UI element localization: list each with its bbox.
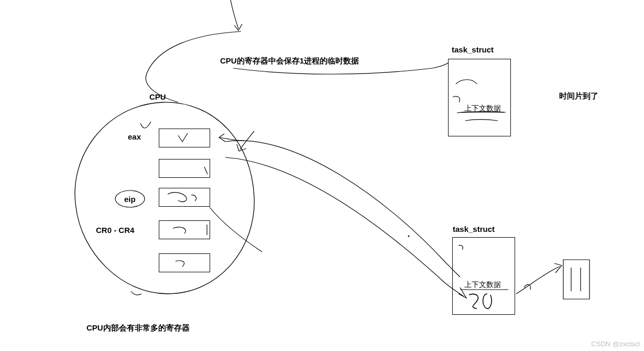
register-box-cr: [159, 220, 210, 239]
register-box-5: [159, 253, 210, 272]
context-label-lower: 上下文数据: [464, 280, 501, 290]
task-struct-box-lower: [452, 237, 515, 315]
register-box-2: [159, 159, 210, 178]
svg-point-1: [408, 236, 410, 237]
caption-cpu-bottom: CPU内部会有非常多的寄存器: [86, 323, 190, 333]
register-label-eip: eip: [124, 195, 136, 204]
watermark: CSDN @zxctscl: [591, 340, 640, 348]
task-struct-label-upper: task_struct: [452, 45, 494, 54]
caption-cpu-registers: CPU的寄存器中会保存1进程的临时数据: [220, 56, 359, 66]
sketch-overlay: [0, 0, 644, 351]
register-box-eip: [159, 188, 210, 207]
register-box-eax: [159, 129, 210, 147]
side-text: 时间片到了: [559, 91, 598, 101]
context-label-upper: 上下文数据: [464, 104, 501, 113]
task-struct-label-lower: task_struct: [453, 225, 495, 233]
cpu-title: CPU: [149, 92, 166, 101]
register-label-cr: CR0 - CR4: [96, 226, 134, 235]
task-struct-box-upper: [448, 59, 511, 136]
register-label-eax: eax: [128, 132, 141, 141]
